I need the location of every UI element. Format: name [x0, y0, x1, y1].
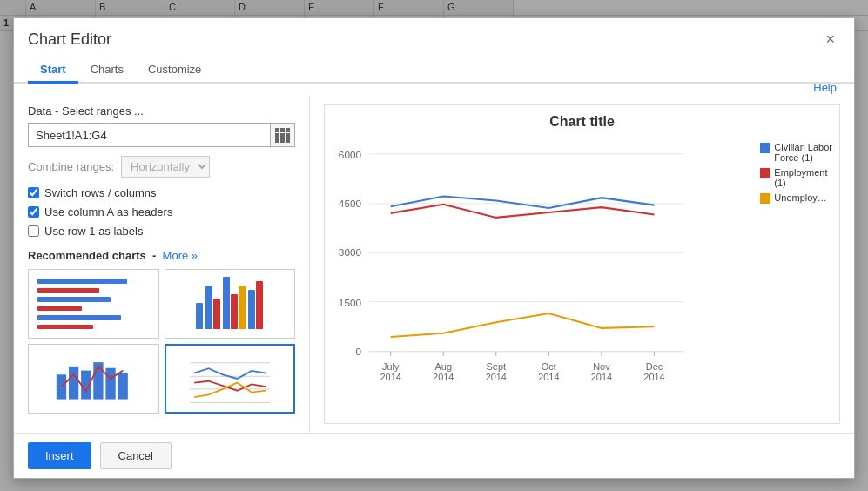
grid-picker-button[interactable]: [271, 123, 295, 147]
chart-thumb-line[interactable]: [165, 344, 296, 414]
vbar-3c: [239, 286, 246, 329]
vbar-4a: [248, 290, 255, 329]
vbar-2b: [213, 299, 220, 329]
chart-legend: Civilian LaborForce (1) Employment(1) Un…: [760, 142, 832, 208]
dialog-footer: Insert Cancel: [14, 433, 854, 478]
legend-item-2: Employment(1): [760, 167, 832, 188]
combo-svg: [34, 350, 153, 407]
help-link[interactable]: Help: [813, 81, 837, 94]
grid-icon: [275, 128, 290, 143]
combine-label: Combine ranges:: [28, 160, 114, 173]
hbar-2: [37, 288, 99, 293]
hbar-1: [37, 279, 127, 284]
legend-color-1: [760, 143, 770, 153]
use-row1-label[interactable]: Use row 1 as labels: [44, 225, 143, 238]
legend-item-3: Unemploy…: [760, 192, 832, 204]
legend-color-2: [760, 168, 770, 178]
legend-color-3: [760, 193, 770, 204]
svg-rect-4: [105, 368, 115, 400]
vbar-4b: [256, 281, 263, 329]
svg-text:2014: 2014: [591, 372, 612, 382]
chart-thumbs: [28, 269, 295, 414]
chart-editor-dialog: Chart Editor × Help Start Charts Customi…: [13, 17, 855, 479]
svg-text:0: 0: [356, 346, 362, 357]
svg-rect-5: [118, 373, 128, 399]
combine-row: Combine ranges: Horizontally Vertically: [28, 156, 295, 178]
line-svg: [172, 351, 289, 407]
chart-thumb-combo[interactable]: [28, 344, 159, 414]
hbar-5: [37, 315, 121, 320]
right-panel: Chart title Civilian LaborForce (1) Empl…: [310, 96, 854, 433]
use-row1-row: Use row 1 as labels: [28, 225, 295, 238]
vbar-group-1: [196, 303, 203, 329]
tab-charts[interactable]: Charts: [78, 57, 136, 84]
vbar-group-3: [223, 277, 246, 329]
combine-select[interactable]: Horizontally Vertically: [121, 156, 210, 178]
legend-label-2: Employment(1): [774, 167, 827, 188]
legend-label-3: Unemploy…: [774, 192, 827, 203]
vbar-container: [171, 275, 290, 333]
data-range-row: [28, 123, 295, 147]
chart-preview: Chart title Civilian LaborForce (1) Empl…: [324, 104, 840, 424]
more-link[interactable]: More »: [163, 249, 198, 262]
vbar-3a: [223, 277, 230, 329]
svg-text:Nov: Nov: [593, 361, 610, 372]
vbar-2a: [205, 286, 212, 329]
tab-start[interactable]: Start: [28, 57, 78, 84]
svg-text:2014: 2014: [486, 372, 507, 382]
use-col-a-row: Use column A as headers: [28, 205, 295, 219]
tab-customize[interactable]: Customize: [136, 57, 213, 84]
switch-rows-checkbox[interactable]: [28, 187, 39, 198]
vbar-3b: [231, 294, 238, 329]
insert-button[interactable]: Insert: [28, 442, 91, 469]
close-button[interactable]: ×: [820, 29, 840, 50]
svg-text:2014: 2014: [538, 372, 559, 382]
svg-text:2014: 2014: [643, 372, 664, 382]
dialog-title: Chart Editor: [28, 30, 111, 49]
hbar-3: [37, 297, 111, 302]
vbar-group-4: [248, 281, 263, 329]
use-col-a-checkbox[interactable]: [28, 206, 39, 218]
legend-label-1: Civilian LaborForce (1): [774, 142, 832, 163]
left-panel: Data - Select ranges ... Combine ranges:…: [14, 96, 310, 433]
vbar-1a: [196, 303, 203, 329]
switch-rows-row: Switch rows / columns: [28, 186, 295, 199]
chart-area: Civilian LaborForce (1) Employment(1) Un…: [325, 133, 839, 416]
svg-text:Aug: Aug: [435, 361, 452, 372]
svg-text:July: July: [382, 361, 400, 372]
dialog-body: Data - Select ranges ... Combine ranges:…: [14, 96, 854, 433]
hbar-6: [37, 325, 93, 330]
data-range-input[interactable]: [28, 123, 271, 147]
vbar-group-2: [205, 286, 220, 329]
hbar-container: [34, 275, 153, 333]
svg-text:Sept: Sept: [487, 361, 506, 372]
svg-text:1500: 1500: [339, 297, 362, 308]
svg-text:2014: 2014: [380, 372, 401, 382]
main-chart-svg: 0 1500 3000 4500 6000: [325, 133, 735, 416]
svg-text:4500: 4500: [339, 198, 362, 209]
chart-thumb-vbar[interactable]: [165, 269, 296, 339]
svg-rect-0: [57, 374, 66, 399]
chart-title: Chart title: [325, 114, 839, 130]
chart-thumb-hbar[interactable]: [28, 269, 159, 339]
data-label: Data - Select ranges ...: [28, 104, 295, 118]
use-row1-checkbox[interactable]: [28, 225, 39, 237]
recommended-title: Recommended charts - More »: [28, 249, 295, 262]
svg-rect-1: [69, 367, 78, 400]
legend-item-1: Civilian LaborForce (1): [760, 142, 832, 163]
hbar-4: [37, 306, 82, 312]
svg-text:2014: 2014: [433, 372, 454, 382]
svg-text:6000: 6000: [339, 149, 362, 160]
dialog-title-bar: Chart Editor ×: [14, 18, 854, 57]
svg-text:Dec: Dec: [646, 361, 663, 372]
recommended-label: Recommended charts: [28, 249, 146, 262]
svg-text:Oct: Oct: [542, 361, 556, 372]
tabs-bar: Start Charts Customize: [14, 57, 854, 84]
svg-text:3000: 3000: [339, 246, 362, 258]
cancel-button[interactable]: Cancel: [100, 442, 172, 469]
use-col-a-label[interactable]: Use column A as headers: [44, 205, 172, 219]
switch-rows-label[interactable]: Switch rows / columns: [44, 186, 157, 199]
